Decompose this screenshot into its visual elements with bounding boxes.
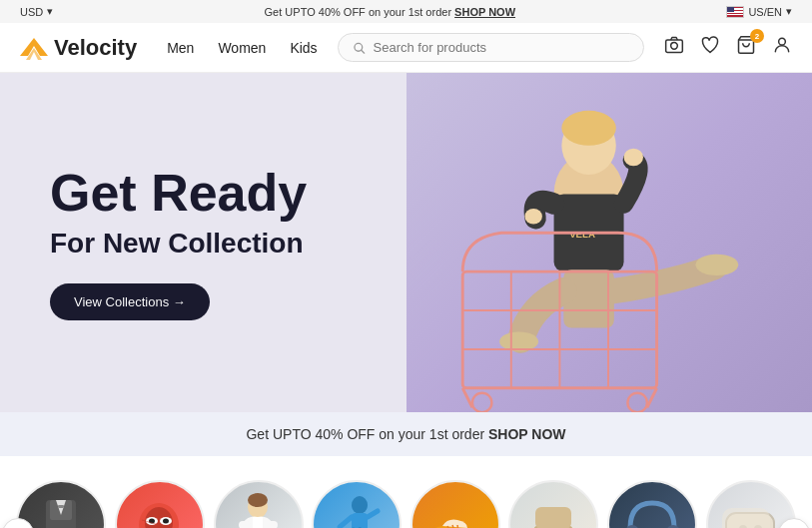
nav-women[interactable]: Women <box>218 40 266 56</box>
svg-point-11 <box>561 111 615 146</box>
category-casual-wear[interactable]: Casual Wear <box>217 480 300 528</box>
svg-line-3 <box>361 50 364 53</box>
hero-cta-button[interactable]: View Collections → <box>50 283 210 320</box>
svg-rect-43 <box>253 517 263 529</box>
formal-wear-icon <box>36 495 86 528</box>
svg-point-14 <box>623 149 642 166</box>
category-furniture-circle <box>508 480 598 528</box>
promo-bar-text: Get UPTO 40% OFF on your 1st order <box>246 426 488 442</box>
category-footwear[interactable]: Footwear <box>414 480 497 528</box>
decor-icon <box>718 493 783 529</box>
category-formal-wear-circle <box>16 480 106 528</box>
category-activewear[interactable]: Activewear <box>316 480 399 528</box>
header: Velocity Men Women Kids <box>0 23 812 73</box>
top-promo-bar: Get UPTO 40% OFF on your 1st order SHOP … <box>53 6 726 18</box>
hero-title-line2: For New Collection <box>50 228 307 260</box>
nav-kids[interactable]: Kids <box>290 40 317 56</box>
svg-point-7 <box>779 38 786 45</box>
categories-section: ‹ Formal Wear <box>0 456 812 528</box>
svg-rect-44 <box>239 521 251 529</box>
category-activewear-circle <box>312 480 402 528</box>
svg-point-27 <box>472 393 491 412</box>
svg-rect-57 <box>625 525 639 529</box>
language-chevron: ▾ <box>786 5 792 18</box>
logo[interactable]: Velocity <box>20 34 137 62</box>
svg-point-42 <box>248 493 268 507</box>
hero-image-area: VELA <box>366 73 812 412</box>
search-input[interactable] <box>374 40 629 55</box>
svg-line-25 <box>462 388 472 407</box>
activewear-icon <box>330 493 385 529</box>
kids-wear-icon <box>132 495 187 528</box>
wishlist-icon[interactable] <box>700 35 720 60</box>
category-electronics-circle <box>607 480 697 528</box>
cart-icon[interactable]: 2 <box>736 35 756 60</box>
casual-wear-icon <box>231 493 286 529</box>
logo-text: Velocity <box>54 35 137 61</box>
category-kids-wear[interactable]: Kids Wear <box>119 480 202 528</box>
svg-rect-54 <box>535 507 571 529</box>
svg-point-46 <box>352 496 368 514</box>
hero-title-line1: Get Ready <box>50 165 307 222</box>
category-formal-wear[interactable]: Formal Wear <box>20 480 103 528</box>
svg-marker-0 <box>20 38 48 56</box>
logo-icon <box>20 34 48 62</box>
furniture-icon <box>521 493 586 529</box>
svg-point-15 <box>524 209 541 225</box>
svg-rect-58 <box>666 525 680 529</box>
svg-point-5 <box>671 43 678 50</box>
svg-line-26 <box>647 388 657 407</box>
promo-bar: Get UPTO 40% OFF on your 1st order SHOP … <box>0 412 812 456</box>
svg-point-28 <box>627 393 646 412</box>
currency-selector[interactable]: USD ▾ <box>20 5 53 18</box>
electronics-icon <box>620 493 685 529</box>
category-electronics[interactable]: Electronics <box>611 480 694 528</box>
main-nav: Men Women Kids <box>167 40 317 56</box>
camera-icon[interactable] <box>664 35 684 60</box>
svg-rect-65 <box>722 508 770 529</box>
promo-bar-link[interactable]: SHOP NOW <box>488 426 566 442</box>
hero-illustration: VELA <box>366 73 812 412</box>
category-decor[interactable]: Decor <box>709 480 792 528</box>
svg-rect-45 <box>266 521 278 529</box>
category-decor-circle <box>706 480 796 528</box>
language-selector[interactable]: US/EN ▾ <box>726 5 792 18</box>
top-promo-text: Get UPTO 40% OFF on your 1st order <box>265 6 455 18</box>
user-icon[interactable] <box>772 35 792 60</box>
search-bar[interactable] <box>338 33 644 62</box>
category-kids-wear-circle <box>115 480 205 528</box>
cart-count: 2 <box>750 29 764 43</box>
top-bar: USD ▾ Get UPTO 40% OFF on your 1st order… <box>0 0 812 23</box>
search-icon <box>353 41 366 55</box>
svg-rect-47 <box>352 513 368 529</box>
category-footwear-circle <box>410 480 500 528</box>
currency-label: USD <box>20 6 43 18</box>
hero-content: Get Ready For New Collection View Collec… <box>0 125 357 360</box>
svg-point-18 <box>695 255 738 275</box>
svg-point-38 <box>163 519 169 524</box>
flag-us-icon <box>726 6 744 18</box>
categories-track: Formal Wear Kids Wear <box>20 480 792 528</box>
footwear-icon <box>422 498 487 529</box>
svg-rect-32 <box>58 505 64 508</box>
hero-banner: Get Ready For New Collection View Collec… <box>0 73 812 412</box>
category-furniture[interactable]: Furniture <box>512 480 595 528</box>
nav-men[interactable]: Men <box>167 40 194 56</box>
top-promo-link[interactable]: SHOP NOW <box>454 6 515 18</box>
header-icons: 2 <box>664 35 792 60</box>
category-casual-wear-circle <box>214 480 304 528</box>
language-label: US/EN <box>748 6 782 18</box>
